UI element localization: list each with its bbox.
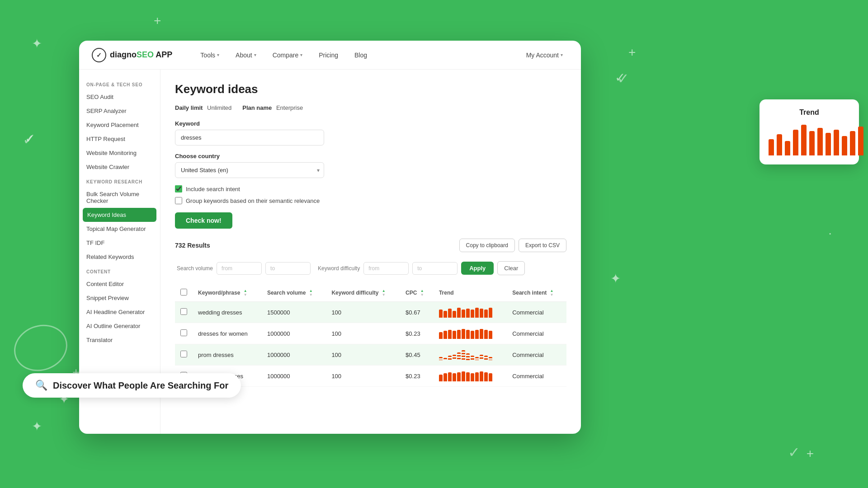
nav-link-blog[interactable]: Blog (348, 48, 373, 62)
td-search-intent: Commercial (507, 302, 566, 323)
table-row: prom dresses1000000100$0.45Commercial (175, 344, 566, 366)
bg-check-left: ✓ (23, 131, 35, 148)
bg-wave (8, 317, 74, 378)
trend-chart (769, 124, 850, 155)
sidebar-item-ai-outline[interactable]: AI Outline Generator (79, 319, 160, 333)
sidebar-item-keyword-placement[interactable]: Keyword Placement (79, 118, 160, 132)
td-cpc: $0.67 (400, 302, 434, 323)
kd-from-input[interactable] (363, 262, 409, 275)
sidebar-section-label-onpage: ON-PAGE & TECH SEO (79, 77, 160, 90)
bg-check-1: ✓ (615, 70, 625, 85)
volume-filter-label: Search volume (177, 265, 213, 272)
group-keywords-row: Group keywords based on their semantic r… (175, 197, 566, 204)
bg-star-2: + (154, 14, 161, 28)
sidebar-item-bulk-search[interactable]: Bulk Search Volume Checker (79, 187, 160, 208)
filter-row: Search volume Keyword difficulty Apply C… (175, 258, 566, 279)
td-keyword: dresses for women (193, 323, 262, 344)
td-search-volume: 1500000 (262, 302, 326, 323)
sort-cpc[interactable]: ▲▼ (420, 289, 424, 297)
sidebar-item-translator[interactable]: Translator (79, 333, 160, 347)
td-search-volume: 1000000 (262, 366, 326, 387)
sidebar-item-http-request[interactable]: HTTP Request (79, 132, 160, 146)
chevron-down-icon: ▾ (217, 52, 219, 57)
sidebar-item-snippet-preview[interactable]: Snippet Preview (79, 291, 160, 305)
td-keyword-difficulty: 100 (326, 323, 400, 344)
logo-area: diagnoSEO APP (92, 48, 172, 62)
country-label: Choose country (175, 153, 566, 160)
group-keywords-checkbox[interactable] (175, 197, 182, 204)
check-now-button[interactable]: Check now! (175, 212, 232, 229)
trend-popup-title: Trend (769, 108, 850, 117)
search-bubble-icon: 🔍 (35, 380, 47, 391)
keyword-label: Keyword (175, 120, 566, 127)
sidebar-item-ai-headline[interactable]: AI Headline Generator (79, 305, 160, 319)
bg-star-4: + (628, 45, 636, 60)
plan-name-meta: Plan name Enterprise (242, 104, 303, 111)
daily-limit-meta: Daily limit Unlimited (175, 104, 231, 111)
nav-link-about[interactable]: About ▾ (229, 48, 263, 62)
clear-filter-button[interactable]: Clear (497, 261, 525, 275)
sidebar-item-topical-map[interactable]: Topical Map Generator (79, 222, 160, 236)
sort-keyword[interactable]: ▲▼ (244, 289, 247, 297)
country-select[interactable]: United States (en) United Kingdom (en) C… (175, 162, 324, 178)
copy-to-clipboard-button[interactable]: Copy to clipboard (459, 239, 515, 252)
sidebar-section-onpage: ON-PAGE & TECH SEO SEO Audit SERP Analyz… (79, 77, 160, 174)
bg-star-6: ✦ (32, 419, 42, 434)
nav-link-compare[interactable]: Compare ▾ (266, 48, 309, 62)
keyword-input[interactable] (175, 130, 324, 145)
volume-to-input[interactable] (265, 262, 311, 275)
bg-star-5: ✦ (610, 271, 621, 286)
export-csv-button[interactable]: Export to CSV (519, 239, 566, 252)
results-header: 732 Results Copy to clipboard Export to … (175, 239, 566, 252)
sort-kd[interactable]: ▲▼ (382, 289, 386, 297)
table-header-row: Keyword/phrase ▲▼ Search volume ▲▼ Keywo… (175, 284, 566, 302)
search-bubble: 🔍 Discover What People Are Searching For (23, 373, 241, 398)
th-search-volume: Search volume ▲▼ (262, 284, 326, 302)
volume-from-input[interactable] (217, 262, 262, 275)
bg-circle-dot: · (828, 226, 832, 240)
chevron-down-icon: ▾ (561, 52, 563, 57)
sidebar-item-keyword-ideas[interactable]: Keyword Ideas (83, 208, 156, 222)
apply-filter-button[interactable]: Apply (461, 262, 494, 275)
meta-row: Daily limit Unlimited Plan name Enterpri… (175, 104, 566, 111)
sort-volume[interactable]: ▲▼ (309, 289, 313, 297)
bg-check-2: ✓ (25, 131, 35, 146)
th-keyword-difficulty: Keyword difficulty ▲▼ (326, 284, 400, 302)
sidebar-section-content: CONTENT Content Editor Snippet Preview A… (79, 264, 160, 347)
kd-to-input[interactable] (412, 262, 458, 275)
country-form-section: Choose country United States (en) United… (175, 153, 566, 178)
row-checkbox[interactable] (180, 308, 187, 315)
sidebar-section-label-content: CONTENT (79, 264, 160, 277)
nav-links: Tools ▾ About ▾ Compare ▾ Pricing Blog (194, 48, 520, 62)
td-search-volume: 1000000 (262, 344, 326, 366)
chevron-down-icon: ▾ (300, 52, 302, 57)
nav-header: diagnoSEO APP Tools ▾ About ▾ Compare ▾ … (79, 41, 581, 70)
row-checkbox[interactable] (180, 351, 187, 357)
sidebar-item-website-monitoring[interactable]: Website Monitoring (79, 146, 160, 160)
td-search-volume: 1000000 (262, 323, 326, 344)
td-cpc: $0.23 (400, 366, 434, 387)
td-keyword: prom dresses (193, 344, 262, 366)
td-cpc: $0.45 (400, 344, 434, 366)
sidebar-item-seo-audit[interactable]: SEO Audit (79, 90, 160, 104)
nav-account[interactable]: My Account ▾ (521, 48, 568, 62)
nav-link-pricing[interactable]: Pricing (312, 48, 344, 62)
sidebar-item-tf-idf[interactable]: TF IDF (79, 236, 160, 250)
select-all-checkbox[interactable] (180, 289, 187, 296)
chevron-down-icon: ▾ (254, 52, 256, 57)
row-checkbox[interactable] (180, 329, 187, 336)
sidebar-item-content-editor[interactable]: Content Editor (79, 277, 160, 291)
nav-link-tools[interactable]: Tools ▾ (194, 48, 226, 62)
sidebar-item-serp-analyzer[interactable]: SERP Analyzer (79, 104, 160, 118)
include-search-intent-label: Include search intent (186, 186, 240, 192)
include-search-intent-checkbox[interactable] (175, 185, 182, 192)
sidebar-item-related-keywords[interactable]: Related Keywords (79, 250, 160, 264)
td-trend (434, 366, 507, 387)
sidebar-item-website-crawler[interactable]: Website Crawler (79, 160, 160, 174)
th-checkbox (175, 284, 193, 302)
results-actions: Copy to clipboard Export to CSV (459, 239, 566, 252)
sort-intent[interactable]: ▲▼ (550, 289, 554, 297)
th-keyword-phrase: Keyword/phrase ▲▼ (193, 284, 262, 302)
results-count: 732 Results (175, 242, 210, 249)
table-row: wedding dresses1500000100$0.67Commercial (175, 302, 566, 323)
